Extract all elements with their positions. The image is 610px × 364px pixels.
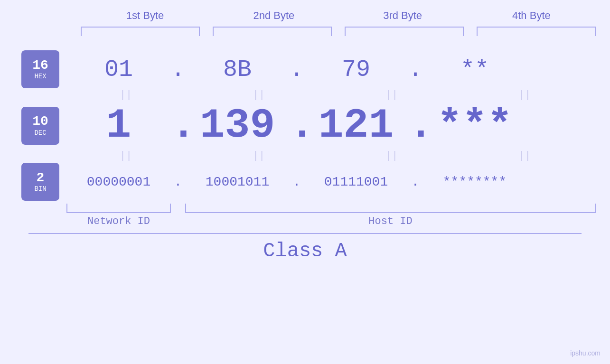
dec-val-4: *** bbox=[422, 102, 527, 149]
eq2-sep-1 bbox=[185, 150, 199, 162]
bin-badge: 2 BIN bbox=[21, 163, 59, 201]
col-header-1: 1st Byte bbox=[81, 9, 209, 22]
bottom-brackets bbox=[66, 204, 596, 213]
bin-sep-1: . bbox=[171, 175, 185, 189]
id-labels: Network ID Host ID bbox=[66, 215, 596, 227]
dec-val-2: 139 bbox=[185, 102, 290, 149]
eq-2: || bbox=[199, 89, 318, 101]
bin-row: 2 BIN 00000001 . 10001011 . 01111001 . *… bbox=[14, 163, 596, 201]
eq2-4: || bbox=[465, 150, 584, 162]
dec-row: 10 DEC 1 . 139 . 121 . *** bbox=[14, 102, 596, 149]
hex-sep-2: . bbox=[290, 56, 304, 83]
eq-sep-3 bbox=[451, 89, 465, 101]
host-bracket bbox=[185, 204, 596, 213]
dec-sep-1: . bbox=[171, 102, 185, 149]
hex-badge-col: 16 HEX bbox=[14, 50, 66, 88]
dec-val-3: 121 bbox=[304, 102, 408, 149]
hex-val-1: 01 bbox=[66, 56, 171, 83]
dec-badge-label: DEC bbox=[34, 129, 46, 137]
host-id-label: Host ID bbox=[185, 215, 596, 227]
eq2-sep-3 bbox=[451, 150, 465, 162]
eq2-sep-2 bbox=[318, 150, 332, 162]
hex-row: 16 HEX 01 . 8B . 79 . ** bbox=[14, 50, 596, 88]
bin-badge-label: BIN bbox=[34, 185, 46, 193]
eq2-1: || bbox=[66, 150, 185, 162]
bin-val-1: 00000001 bbox=[66, 175, 171, 189]
dec-badge-col: 10 DEC bbox=[14, 107, 66, 145]
hex-val-2: 8B bbox=[185, 56, 290, 83]
bin-sep-3: . bbox=[408, 175, 422, 189]
hex-values: 01 . 8B . 79 . ** bbox=[66, 56, 596, 83]
eq-row-2: || || || || bbox=[66, 150, 596, 162]
hex-badge-label: HEX bbox=[34, 73, 46, 80]
network-bracket bbox=[66, 204, 171, 213]
eq-row-1: || || || || bbox=[66, 89, 596, 101]
hex-sep-3: . bbox=[408, 56, 422, 83]
col-header-2: 2nd Byte bbox=[209, 9, 338, 22]
dec-badge: 10 DEC bbox=[21, 107, 59, 145]
dec-badge-num: 10 bbox=[32, 114, 48, 129]
bin-sep-2: . bbox=[290, 175, 304, 189]
network-id-label: Network ID bbox=[66, 215, 171, 227]
bracket-3 bbox=[345, 27, 464, 36]
bin-values: 00000001 . 10001011 . 01111001 . *******… bbox=[66, 175, 596, 189]
eq2-2: || bbox=[199, 150, 318, 162]
col-header-4: 4th Byte bbox=[467, 9, 596, 22]
hex-badge-num: 16 bbox=[32, 58, 48, 73]
bracket-1 bbox=[81, 27, 200, 36]
eq-sep-1 bbox=[185, 89, 199, 101]
bracket-2 bbox=[213, 27, 332, 36]
hex-val-4: ** bbox=[422, 56, 527, 83]
class-label: Class A bbox=[14, 240, 596, 262]
eq-1: || bbox=[66, 89, 185, 101]
class-bracket-line bbox=[28, 233, 582, 234]
watermark: ipshu.com bbox=[570, 349, 601, 357]
eq-4: || bbox=[465, 89, 584, 101]
bin-val-3: 01111001 bbox=[304, 175, 408, 189]
hex-sep-1: . bbox=[171, 56, 185, 83]
eq-sep-2 bbox=[318, 89, 332, 101]
bracket-4 bbox=[477, 27, 596, 36]
hex-val-3: 79 bbox=[304, 56, 408, 83]
dec-sep-2: . bbox=[290, 102, 304, 149]
col-header-3: 3rd Byte bbox=[338, 9, 467, 22]
eq2-3: || bbox=[332, 150, 451, 162]
dec-values: 1 . 139 . 121 . *** bbox=[66, 102, 596, 149]
main-container: 1st Byte 2nd Byte 3rd Byte 4th Byte 16 H… bbox=[0, 0, 610, 364]
bin-badge-col: 2 BIN bbox=[14, 163, 66, 201]
bin-val-2: 10001011 bbox=[185, 175, 290, 189]
dec-val-1: 1 bbox=[66, 102, 171, 149]
hex-badge: 16 HEX bbox=[21, 50, 59, 88]
dec-sep-3: . bbox=[408, 102, 422, 149]
top-brackets bbox=[81, 27, 596, 36]
bin-badge-num: 2 bbox=[37, 171, 45, 186]
bin-val-4: ******** bbox=[422, 175, 527, 189]
column-headers: 1st Byte 2nd Byte 3rd Byte 4th Byte bbox=[81, 9, 596, 22]
eq-3: || bbox=[332, 89, 451, 101]
